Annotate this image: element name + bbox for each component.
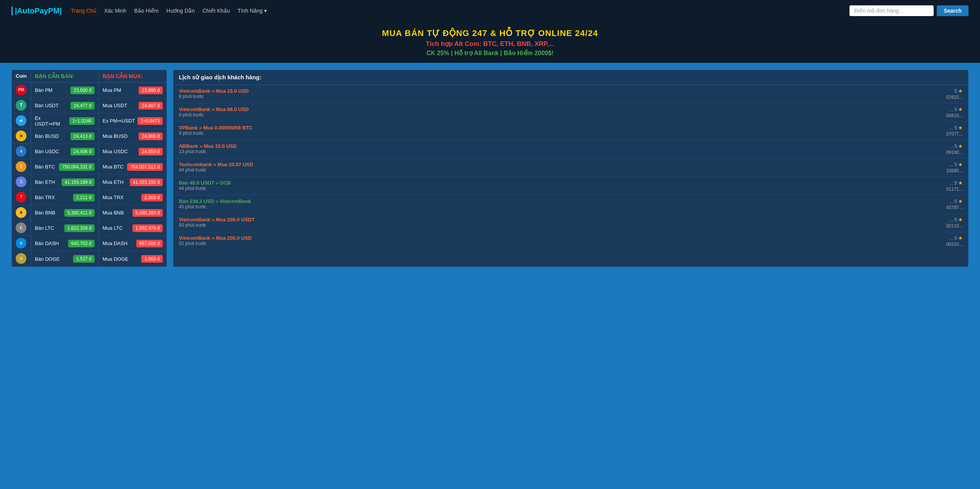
history-item: VietcomBank » Mua 15.0 USD8 phút trước5★… <box>173 85 968 103</box>
history-item: VPBank » Mua 0.00065058 BTC9 phút trước.… <box>173 122 968 140</box>
buy-price-trx: 2,263 đ <box>141 194 163 201</box>
buy-cell-ex[interactable]: Ex PM⇒USDT1÷0.9473 <box>99 113 167 129</box>
nav-item-xác-minh[interactable]: Xác Minh <box>104 8 126 14</box>
buy-label-doge: Mua DOGE <box>103 256 128 262</box>
coin-icon-busd: B <box>12 128 31 144</box>
star-icon: ★ <box>958 143 963 149</box>
star-icon: ★ <box>958 180 963 186</box>
sell-cell-ex[interactable]: Ex USDT⇒PM1÷1.0246 <box>31 113 99 129</box>
history-id: 00310... <box>946 242 963 247</box>
history-stars: ...5★ <box>949 235 963 241</box>
sell-label-doge: Bán DOGE <box>35 256 60 262</box>
sell-cell-ltc[interactable]: Bán LTC1,622,359 đ <box>31 221 99 236</box>
coin-column: Coin PMT⇄B$₿ΞTBŁDD <box>12 70 31 267</box>
buy-cell-doge[interactable]: Mua DOGE1,563 đ <box>99 251 167 267</box>
buy-cell-usdc[interactable]: Mua USDC24,859 đ <box>99 144 167 159</box>
star-icon: ★ <box>958 162 963 167</box>
banner-line1: MUA BÁN TỰ ĐỘNG 247 & HỖ TRỢ ONLINE 24/2… <box>0 28 980 38</box>
sell-cell-usdt[interactable]: Bán USDT24,477 đ <box>31 98 99 113</box>
history-title[interactable]: Techcombank » Mua 20.87 USD <box>179 162 942 167</box>
buy-label-pm: Mua PM <box>103 87 121 93</box>
history-id: 02810... <box>946 95 963 100</box>
sell-cell-pm[interactable]: Bán PM23,500 đ <box>31 83 99 98</box>
search-input[interactable] <box>849 5 934 16</box>
sell-price-usdc: 24,406 đ <box>70 148 95 155</box>
history-title[interactable]: Bán 238.3 USD » VietcomBank <box>179 198 942 204</box>
sell-cell-doge[interactable]: Bán DOGE1,527 đ <box>31 251 99 267</box>
buy-price-doge: 1,563 đ <box>141 255 163 263</box>
sell-label-pm: Bán PM <box>35 87 52 93</box>
history-star-count: 5 <box>954 217 957 222</box>
buy-cell-pm[interactable]: Mua PM23,890 đ <box>99 83 167 98</box>
doge-icon: D <box>16 253 26 264</box>
history-stars: ...5★ <box>949 198 963 204</box>
dash-icon: D <box>16 238 26 249</box>
history-id: 01171... <box>946 186 963 192</box>
sell-cell-usdc[interactable]: Bán USDC24,406 đ <box>31 144 99 159</box>
history-item: VietcomBank » Mua 200.0 USD52 phút trước… <box>173 232 968 250</box>
buy-label-ex: Ex PM⇒USDT <box>103 118 135 124</box>
sell-cell-trx[interactable]: Bán TRX2,211 đ <box>31 190 99 205</box>
buy-column-header: BẠN CẦN MUA: <box>99 70 167 83</box>
nav-item-trang-chủ[interactable]: Trang Chủ <box>71 8 96 14</box>
history-title[interactable]: VietcomBank » Mua 200.0 USDT <box>179 217 942 222</box>
history-title[interactable]: VietcomBank » Mua 200.0 USD <box>179 235 942 241</box>
sell-price-btc: 750,084,331 đ <box>59 163 95 171</box>
coin-icon-ex: ⇄ <box>12 113 31 128</box>
nav-item-tính-năng[interactable]: Tính Năng ▾ <box>238 8 267 14</box>
history-title[interactable]: VietcomBank » Mua 15.0 USD <box>179 88 942 94</box>
nav-item-hướng-dẫn[interactable]: Hướng Dẫn <box>166 8 194 14</box>
history-id: 93787... <box>946 205 963 210</box>
buy-label-busd: Mua BUSD <box>103 133 127 139</box>
sell-cell-dash[interactable]: Bán DASH645,702 đ <box>31 236 99 251</box>
coin-icon-bnb: B <box>12 205 31 220</box>
history-time: 52 phút trước <box>179 241 942 246</box>
sell-cell-btc[interactable]: Bán BTC750,084,331 đ <box>31 159 99 175</box>
history-star-count: 5 <box>954 125 957 131</box>
buy-price-usdt: 24,807 đ <box>139 102 163 110</box>
buy-cell-usdt[interactable]: Mua USDT24,807 đ <box>99 98 167 113</box>
history-time: 45 phút trước <box>179 204 942 209</box>
banner-line2: Tích hợp Alt Coin: BTC, ETH, BNB, XRP,..… <box>0 40 980 48</box>
sell-label-bnb: Bán BNB <box>35 210 55 216</box>
buy-cell-busd[interactable]: Mua BUSD24,866 đ <box>99 129 167 144</box>
buy-cell-bnb[interactable]: Mua BNB5,480,283 đ <box>99 205 167 221</box>
sell-price-ltc: 1,622,359 đ <box>64 224 95 232</box>
history-time: 9 phút trước <box>179 131 942 136</box>
buy-cell-dash[interactable]: Mua DASH657,688 đ <box>99 236 167 251</box>
history-stars: ...5★ <box>949 106 963 112</box>
buy-cell-ltc[interactable]: Mua LTC1,652,474 đ <box>99 221 167 236</box>
history-star-count: 5 <box>954 107 957 112</box>
sell-label-ex: Ex USDT⇒PM <box>35 115 67 127</box>
pm-icon: PM <box>16 85 26 95</box>
buy-cell-eth[interactable]: Mua ETH41,923,192 đ <box>99 175 167 190</box>
history-title[interactable]: ABBank » Mua 10.0 USD <box>179 143 942 149</box>
eth-icon: Ξ <box>16 177 26 187</box>
history-item: VietcomBank » Mua 98.0 USD9 phút trước..… <box>173 103 968 122</box>
buy-cell-btc[interactable]: Mua BTC764,007,512 đ <box>99 159 167 175</box>
history-id: 10685... <box>946 168 963 173</box>
sell-cell-busd[interactable]: Bán BUSD24,413 đ <box>31 129 99 144</box>
btc-icon: ₿ <box>16 161 26 172</box>
history-time: 8 phút trước <box>179 94 942 99</box>
history-title[interactable]: Bán 45.0 USDT » OCB <box>179 180 942 186</box>
history-stars: ...5★ <box>949 180 963 186</box>
busd-icon: B <box>16 131 26 141</box>
history-stars: ...5★ <box>949 125 963 131</box>
history-id: 00110... <box>946 223 963 229</box>
coin-icon-eth: Ξ <box>12 174 31 190</box>
buy-cell-trx[interactable]: Mua TRX2,263 đ <box>99 190 167 205</box>
sell-cell-eth[interactable]: Bán ETH41,159,189 đ <box>31 175 99 190</box>
history-title[interactable]: VPBank » Mua 0.00065058 BTC <box>179 125 942 131</box>
nav-item-chiết-khấu[interactable]: Chiết Khấu <box>203 8 230 14</box>
coin-icon-ltc: Ł <box>12 220 31 236</box>
nav-item-bảo-hiểm[interactable]: Bảo Hiểm <box>134 8 159 14</box>
history-title[interactable]: VietcomBank » Mua 98.0 USD <box>179 106 942 112</box>
sell-price-usdt: 24,477 đ <box>70 102 95 110</box>
buy-label-btc: Mua BTC <box>103 164 124 170</box>
history-item: ABBank » Mua 10.0 USD13 phút trước...5★0… <box>173 140 968 159</box>
history-time: 13 phút trước <box>179 149 942 154</box>
search-button[interactable]: Search <box>937 5 969 16</box>
brand-logo[interactable]: |AutoPayPM| <box>11 7 62 15</box>
sell-cell-bnb[interactable]: Bán BNB5,380,411 đ <box>31 205 99 221</box>
